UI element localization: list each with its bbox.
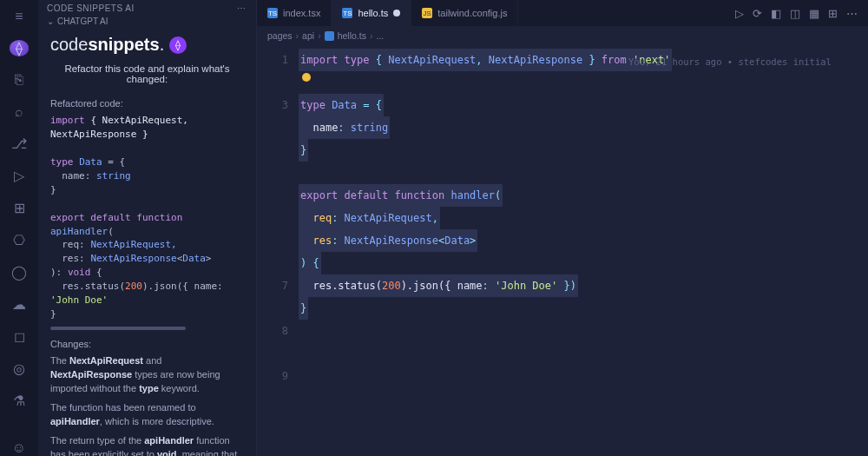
layout-icon[interactable]: ▦ [809, 7, 819, 20]
tab-hello[interactable]: TShello.ts [332, 0, 411, 26]
flask-icon[interactable]: ⚗ [10, 393, 29, 409]
tabbar-actions: ▷ ⟳ ◧ ◫ ▦ ⊞ ⋯ [735, 0, 868, 26]
tab-index[interactable]: TSindex.tsx [257, 0, 332, 26]
changes-list: The NextApiRequest and NextApiResponse t… [50, 354, 244, 456]
cloud-icon[interactable]: ☁ [10, 296, 29, 313]
activity-bar: ≡ ⟠ ⎘ ⌕ ⎇ ▷ ⊞ ⎔ ◯ ☁ ◻ ◎ ⚗ ☺ [0, 0, 38, 456]
compare-icon[interactable]: ◧ [771, 7, 781, 20]
extension-icon[interactable]: ⟠ [10, 40, 29, 56]
panel-menu-icon[interactable]: ⋯ [237, 3, 247, 13]
run-icon[interactable]: ▷ [735, 7, 744, 20]
source-control-icon[interactable]: ⎇ [10, 135, 29, 152]
breadcrumb[interactable]: pages› api› hello.ts› ... [257, 26, 868, 45]
lightbulb-icon[interactable] [302, 73, 311, 82]
side-panel: CODE SNIPPETS AI ⋯ ⌄ CHATGPT AI codesnip… [38, 0, 257, 456]
line-gutter: 1 3 7 8 9 [257, 49, 299, 456]
account-icon[interactable]: ☺ [10, 440, 29, 456]
sync-icon[interactable]: ⟳ [753, 7, 762, 20]
extensions-icon[interactable]: ⊞ [10, 200, 29, 216]
changes-label: Changes: [50, 339, 244, 349]
more-icon[interactable]: ⋯ [846, 7, 858, 20]
ts-badge-icon [325, 31, 334, 41]
code-editor[interactable]: 1 3 7 8 9 You, 21 hours ago • stefcodes … [257, 45, 868, 456]
chat-title: CHATGPT AI [57, 17, 108, 26]
horizontal-scrollbar[interactable] [50, 327, 186, 330]
brand-light: code [50, 35, 88, 54]
tab-tailwind[interactable]: JStailwind.config.js [411, 0, 518, 26]
brand-row: codesnippets. ⟠ [38, 30, 256, 60]
chevron-down-icon[interactable]: ⌄ [47, 17, 54, 26]
debug-icon[interactable]: ▷ [10, 168, 29, 184]
git-blame-annotation: You, 21 hours ago • stefcodes initial [628, 50, 832, 73]
refactored-label: Refactored code: [50, 98, 244, 109]
tab-bar: TSindex.tsx TShello.ts JStailwind.config… [257, 0, 868, 26]
panel-title: CODE SNIPPETS AI [47, 3, 135, 13]
modified-dot-icon [393, 10, 400, 17]
world-icon[interactable]: ◯ [10, 264, 29, 281]
editor-area: TSindex.tsx TShello.ts JStailwind.config… [257, 0, 868, 456]
menu-icon[interactable]: ≡ [10, 9, 29, 24]
explorer-icon[interactable]: ⎘ [10, 72, 29, 88]
brand-badge-icon: ⟠ [169, 36, 187, 54]
prompt-text: Refactor this code and explain what's ch… [50, 63, 244, 84]
grid-icon[interactable]: ⊞ [828, 7, 838, 20]
brand-bold: snippets [88, 35, 159, 54]
bookmark-icon[interactable]: ◻ [10, 328, 29, 345]
remote-icon[interactable]: ⎔ [10, 232, 29, 248]
target-icon[interactable]: ◎ [10, 360, 29, 377]
split-icon[interactable]: ◫ [790, 7, 800, 20]
search-icon[interactable]: ⌕ [10, 104, 29, 120]
refactored-code: import { NextApiRequest, NextApiResponse… [50, 114, 244, 321]
